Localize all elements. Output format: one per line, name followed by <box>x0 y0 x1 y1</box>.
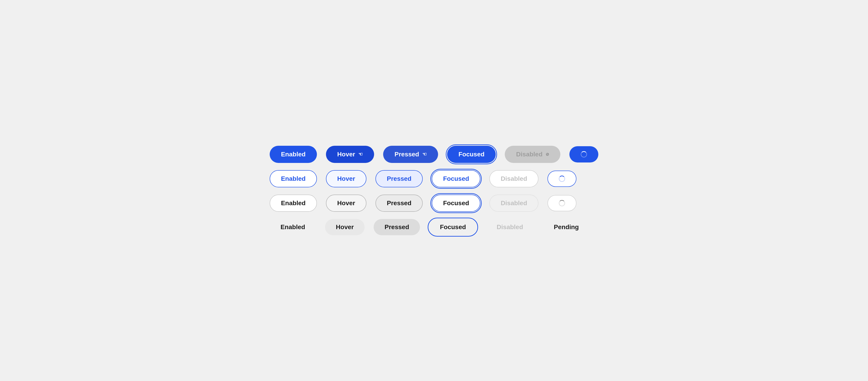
ghost-hover-button[interactable]: Hover <box>325 219 365 235</box>
outlined-pressed-button[interactable]: Pressed <box>375 170 423 187</box>
subtle-enabled-button[interactable]: Enabled <box>270 195 317 212</box>
subtle-pressed-button[interactable]: Pressed <box>375 195 423 212</box>
outlined-pending-button[interactable] <box>548 170 577 187</box>
outlined-focused-button[interactable]: Focused <box>432 170 480 187</box>
filled-enabled-button[interactable]: Enabled <box>270 146 317 163</box>
subtle-enabled-label: Enabled <box>281 199 306 207</box>
ghost-pressed-label: Pressed <box>384 223 409 231</box>
subtle-hover-button[interactable]: Hover <box>326 195 366 212</box>
outlined-row: Enabled Hover Pressed Focused Disabled <box>270 170 598 187</box>
subtle-focused-button[interactable]: Focused <box>432 195 480 212</box>
outlined-pending-spinner <box>559 176 565 182</box>
filled-pending-spinner <box>581 151 587 158</box>
subtle-hover-label: Hover <box>337 199 355 207</box>
filled-enabled-label: Enabled <box>281 151 306 158</box>
ghost-enabled-label: Enabled <box>281 223 305 231</box>
subtle-disabled-label: Disabled <box>501 199 527 207</box>
outlined-enabled-label: Enabled <box>281 175 306 182</box>
ghost-focused-button[interactable]: Focused <box>429 219 477 235</box>
ghost-hover-label: Hover <box>336 223 354 231</box>
filled-focused-button[interactable]: Focused <box>447 146 496 163</box>
ghost-disabled-label: Disabled <box>497 223 523 231</box>
filled-hover-button[interactable]: Hover <box>326 146 374 163</box>
filled-pressed-label: Pressed <box>395 151 419 158</box>
subtle-pending-spinner <box>559 200 565 206</box>
subtle-pending-button[interactable] <box>548 195 577 211</box>
ghost-focused-label: Focused <box>440 223 466 231</box>
ghost-enabled-button[interactable]: Enabled <box>270 219 316 235</box>
outlined-disabled-label: Disabled <box>501 175 527 182</box>
ghost-pressed-button[interactable]: Pressed <box>374 219 420 235</box>
outlined-hover-label: Hover <box>337 175 355 182</box>
filled-row: Enabled Hover Pressed Focused Disabled <box>270 146 598 163</box>
subtle-row: Enabled Hover Pressed Focused Disabled <box>270 195 598 212</box>
filled-pending-button[interactable] <box>569 146 598 162</box>
subtle-disabled-button: Disabled <box>489 195 538 212</box>
subtle-focused-label: Focused <box>443 199 469 207</box>
ghost-pending-label: Pending <box>554 223 579 231</box>
filled-hover-label: Hover <box>337 151 355 158</box>
outlined-enabled-button[interactable]: Enabled <box>270 170 317 187</box>
outlined-focused-label: Focused <box>443 175 469 182</box>
filled-disabled-button: Disabled <box>505 146 560 163</box>
subtle-pressed-label: Pressed <box>387 199 411 207</box>
ghost-pending-button[interactable]: Pending <box>543 219 590 235</box>
outlined-disabled-button: Disabled <box>489 170 538 187</box>
filled-disabled-label: Disabled <box>516 151 542 158</box>
outlined-pressed-label: Pressed <box>387 175 411 182</box>
filled-focused-label: Focused <box>458 151 485 158</box>
filled-pressed-button[interactable]: Pressed <box>383 146 438 163</box>
outlined-hover-button[interactable]: Hover <box>326 170 366 187</box>
button-showcase: Enabled Hover Pressed Focused Disabled E… <box>256 132 612 249</box>
ghost-disabled-button: Disabled <box>486 219 534 235</box>
ghost-row: Enabled Hover Pressed Focused Disabled P… <box>270 219 598 235</box>
